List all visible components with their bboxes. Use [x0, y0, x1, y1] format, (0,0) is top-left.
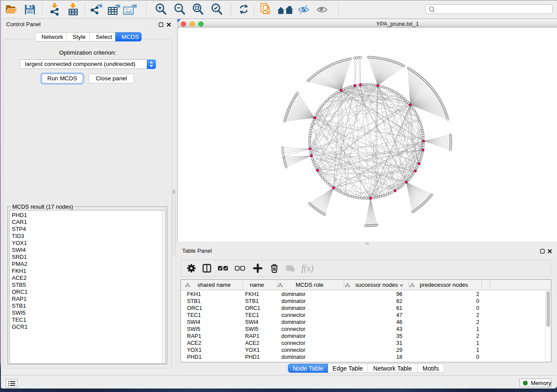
svg-text:f(x): f(x): [301, 263, 314, 273]
